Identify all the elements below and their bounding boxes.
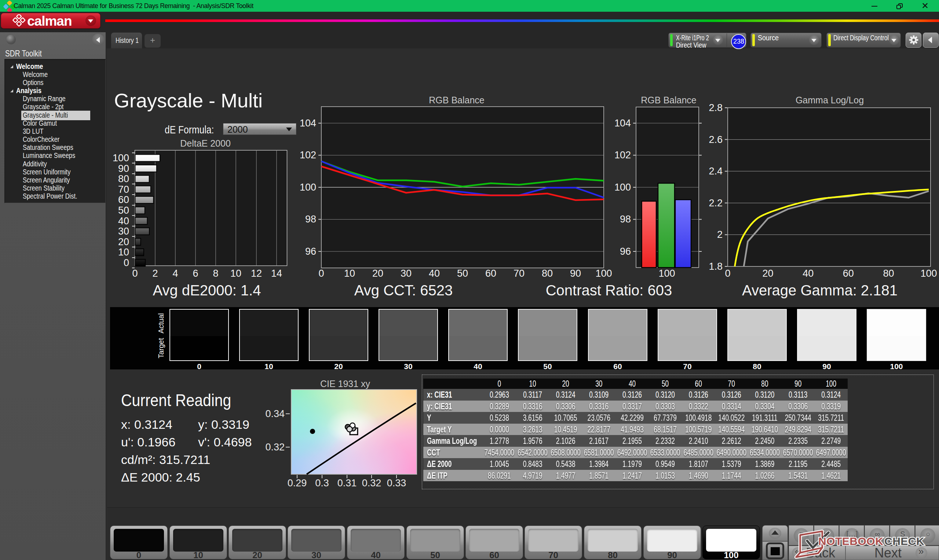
svg-text:30: 30	[401, 268, 412, 279]
svg-text:8: 8	[213, 268, 218, 279]
svg-text:Avg CCT: 6523: Avg CCT: 6523	[354, 282, 453, 298]
svg-text:NOTEBOOK: NOTEBOOK	[818, 535, 883, 547]
svg-text:90: 90	[570, 268, 581, 279]
svg-text:4: 4	[173, 268, 178, 279]
svg-text:40: 40	[429, 268, 440, 279]
svg-text:0: 0	[123, 257, 129, 268]
svg-text:RGB Balance: RGB Balance	[429, 95, 484, 105]
svg-text:90: 90	[118, 163, 129, 174]
svg-text:Gamma Log/Log: Gamma Log/Log	[796, 95, 864, 105]
svg-text:100: 100	[595, 268, 612, 279]
svg-text:10: 10	[344, 268, 355, 279]
svg-text:104: 104	[614, 118, 631, 129]
svg-text:0: 0	[725, 268, 730, 279]
svg-text:96: 96	[620, 246, 631, 257]
svg-text:0.32: 0.32	[362, 477, 381, 489]
svg-text:70: 70	[118, 184, 129, 195]
svg-text:Avg dE2000: 1.4: Avg dE2000: 1.4	[153, 282, 261, 298]
svg-text:60: 60	[843, 268, 854, 279]
svg-text:100: 100	[920, 268, 937, 279]
svg-text:2.6: 2.6	[709, 134, 723, 145]
svg-text:0.32: 0.32	[265, 442, 285, 452]
svg-text:RGB Balance: RGB Balance	[641, 95, 696, 105]
svg-text:20: 20	[763, 268, 774, 279]
svg-text:Contrast Ratio: 603: Contrast Ratio: 603	[546, 282, 672, 298]
svg-text:100: 100	[113, 152, 129, 163]
svg-text:100: 100	[658, 268, 675, 279]
svg-text:96: 96	[305, 246, 316, 257]
svg-text:0.29: 0.29	[288, 477, 307, 489]
svg-text:20: 20	[372, 268, 383, 279]
svg-text:100: 100	[614, 182, 631, 193]
svg-text:102: 102	[614, 149, 631, 160]
svg-text:2: 2	[152, 268, 158, 279]
svg-text:2.8: 2.8	[709, 102, 723, 113]
svg-text:50: 50	[118, 205, 129, 216]
svg-text:0.34: 0.34	[265, 408, 285, 419]
svg-text:14: 14	[271, 268, 282, 279]
svg-text:6: 6	[193, 268, 198, 279]
svg-text:DeltaE 2000: DeltaE 2000	[180, 138, 231, 148]
svg-text:0: 0	[318, 268, 324, 279]
svg-text:1.8: 1.8	[709, 261, 723, 272]
svg-text:70: 70	[513, 268, 524, 279]
svg-text:60: 60	[485, 268, 496, 279]
svg-text:30: 30	[118, 226, 129, 237]
svg-text:0.31: 0.31	[338, 477, 357, 489]
svg-text:Average Gamma: 2.181: Average Gamma: 2.181	[742, 282, 897, 298]
svg-text:104: 104	[300, 118, 316, 129]
svg-text:0: 0	[132, 268, 137, 279]
svg-text:60: 60	[118, 194, 129, 205]
svg-text:CHECK: CHECK	[884, 535, 924, 547]
svg-text:102: 102	[300, 149, 316, 160]
svg-text:98: 98	[305, 214, 316, 225]
svg-text:10: 10	[230, 268, 241, 279]
svg-text:10: 10	[118, 247, 129, 258]
svg-text:0.33: 0.33	[387, 477, 406, 489]
svg-text:CIE 1931 xy: CIE 1931 xy	[320, 378, 370, 389]
svg-text:2.2: 2.2	[709, 197, 723, 209]
svg-text:0.3: 0.3	[315, 477, 329, 489]
svg-text:100: 100	[300, 182, 316, 193]
svg-text:20: 20	[118, 236, 129, 248]
svg-text:2.4: 2.4	[709, 166, 723, 177]
svg-text:98: 98	[620, 214, 631, 225]
svg-text:80: 80	[542, 268, 553, 279]
svg-text:40: 40	[803, 268, 814, 279]
svg-text:80: 80	[118, 173, 129, 185]
svg-text:2: 2	[717, 229, 723, 240]
svg-text:12: 12	[251, 268, 262, 279]
svg-text:80: 80	[883, 268, 894, 279]
svg-text:50: 50	[457, 268, 468, 279]
svg-text:40: 40	[118, 215, 129, 226]
